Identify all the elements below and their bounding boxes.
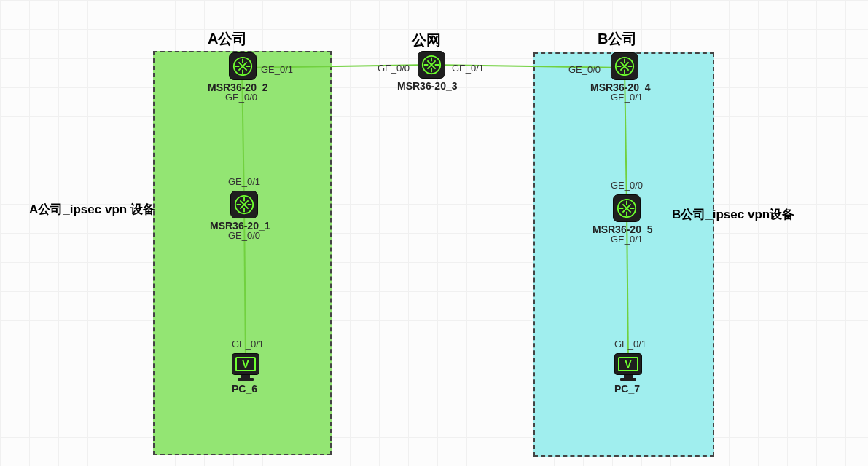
- port-r1-ge01: GE_0/1: [228, 176, 260, 187]
- title-public: 公网: [412, 31, 441, 50]
- title-vpn-a: A公司_ipsec vpn 设备: [29, 201, 155, 218]
- title-company-a: A公司: [208, 29, 247, 49]
- port-r5-ge01: GE_0/1: [611, 234, 643, 245]
- pc-6[interactable]: V: [232, 353, 259, 381]
- port-r3-ge00: GE_0/0: [378, 63, 410, 74]
- port-r2-ge01: GE_0/1: [261, 64, 293, 75]
- label-pc6: PC_6: [232, 383, 257, 395]
- label-r3: MSR36-20_3: [397, 80, 458, 92]
- router-msr36-20-3[interactable]: [418, 51, 445, 79]
- label-pc7: PC_7: [614, 383, 640, 395]
- port-pc7-ge01: GE_0/1: [614, 339, 646, 350]
- port-r1-ge00: GE_0/0: [228, 230, 260, 241]
- router-msr36-20-5[interactable]: [613, 194, 641, 222]
- router-msr36-20-2[interactable]: [229, 52, 257, 80]
- port-r3-ge01: GE_0/1: [452, 63, 484, 74]
- port-pc6-ge01: GE_0/1: [232, 339, 264, 350]
- topology-canvas[interactable]: A公司 公网 B公司 A公司_ipsec vpn 设备 B公司_ipsec vp…: [0, 0, 868, 466]
- port-r2-ge00: GE_0/0: [225, 92, 257, 103]
- title-vpn-b: B公司_ipsec vpn设备: [672, 206, 794, 223]
- title-company-b: B公司: [598, 29, 637, 49]
- port-r4-ge01: GE_0/1: [611, 92, 643, 103]
- router-msr36-20-4[interactable]: [611, 52, 638, 80]
- pc-7[interactable]: V: [614, 353, 642, 381]
- router-msr36-20-1[interactable]: [230, 191, 258, 218]
- port-r4-ge00: GE_0/0: [568, 64, 601, 75]
- zone-company-b: [533, 52, 714, 457]
- port-r5-ge00: GE_0/0: [611, 180, 643, 191]
